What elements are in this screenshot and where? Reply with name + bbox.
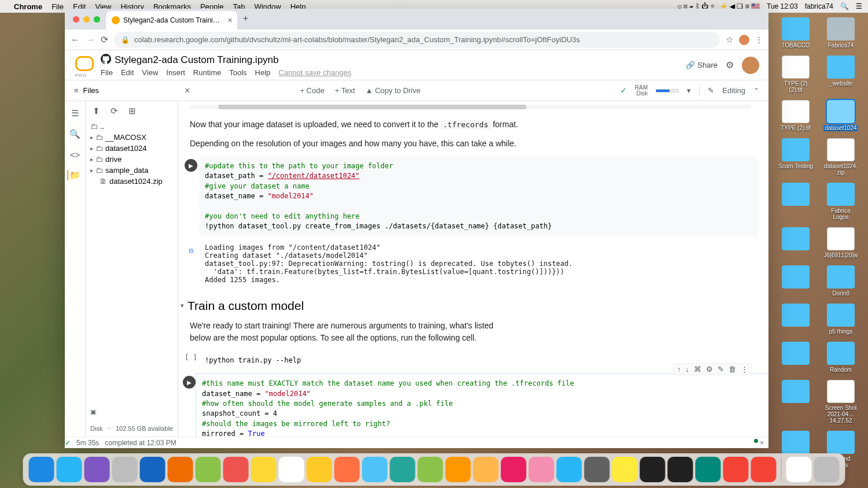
menu-icon[interactable]: ☰ bbox=[856, 2, 862, 10]
file-tree-item[interactable]: ▸ 🗀 __MACOSX bbox=[90, 132, 178, 143]
output-toggle-icon[interactable]: ⊟ bbox=[185, 245, 197, 257]
reload-button[interactable]: ⟳ bbox=[101, 34, 108, 45]
horizontal-scrollbar[interactable] bbox=[190, 105, 751, 109]
mirror-icon[interactable]: ✎ bbox=[718, 365, 724, 374]
dock-app[interactable] bbox=[612, 457, 638, 482]
code-editor[interactable]: #this name must EXACTLY match the datase… bbox=[196, 374, 768, 437]
resource-dropdown-icon[interactable]: ▾ bbox=[687, 86, 691, 95]
dock-app[interactable] bbox=[390, 457, 415, 482]
code-cell[interactable]: ▶ #update this to the path to your image… bbox=[183, 157, 758, 236]
dock-app[interactable] bbox=[696, 457, 721, 482]
notebook-title[interactable]: Stylegan2-ada Custom Training.ipynb bbox=[115, 54, 279, 66]
add-text-button[interactable]: + Text bbox=[335, 86, 355, 95]
run-button[interactable]: ▶ bbox=[185, 159, 197, 172]
editing-mode[interactable]: Editing bbox=[722, 86, 745, 95]
settings-icon[interactable]: ⚙ bbox=[726, 60, 734, 71]
desktop-icon[interactable] bbox=[778, 380, 813, 424]
desktop-icon[interactable]: TYPE (2).tif bbox=[778, 100, 813, 131]
code-cell-active[interactable]: ▶ #this name must EXACTLY match the data… bbox=[183, 374, 758, 437]
interrupt-icon[interactable]: × bbox=[760, 439, 764, 447]
window-close[interactable] bbox=[73, 16, 79, 23]
colab-menu-runtime[interactable]: Runtime bbox=[193, 68, 221, 77]
hamburger-icon[interactable]: ≡ bbox=[74, 86, 79, 95]
bookmark-icon[interactable]: ☆ bbox=[726, 35, 733, 45]
new-tab-button[interactable]: + bbox=[243, 13, 248, 24]
section-header[interactable]: ▾ Train a custom model bbox=[178, 291, 763, 316]
delete-cell-icon[interactable]: 🗑 bbox=[729, 365, 736, 374]
dock-app[interactable] bbox=[668, 457, 693, 482]
dock-app[interactable] bbox=[557, 457, 582, 482]
dock-app[interactable] bbox=[57, 457, 82, 482]
cannot-save-label[interactable]: Cannot save changes bbox=[278, 68, 351, 77]
files-icon[interactable]: 📁 bbox=[67, 170, 80, 180]
collapse-icon[interactable]: ⌃ bbox=[753, 87, 759, 95]
dock-app[interactable] bbox=[334, 457, 360, 482]
collapse-triangle-icon[interactable]: ▾ bbox=[181, 302, 184, 309]
desktop-icon[interactable] bbox=[778, 183, 813, 220]
dock-app[interactable] bbox=[362, 457, 388, 482]
dock-app[interactable] bbox=[501, 457, 527, 482]
mount-drive-icon[interactable]: ⊞ bbox=[128, 106, 136, 116]
colab-menu-tools[interactable]: Tools bbox=[229, 68, 247, 77]
chrome-menu-icon[interactable]: ⋮ bbox=[755, 35, 763, 44]
menu-file[interactable]: File bbox=[52, 2, 64, 11]
snippets-icon[interactable]: <> bbox=[70, 150, 80, 160]
add-code-button[interactable]: + Code bbox=[300, 86, 324, 95]
dock-app[interactable] bbox=[529, 457, 554, 482]
dock-app[interactable] bbox=[473, 457, 499, 482]
desktop-icon[interactable]: TYPE (2) (2).tif bbox=[778, 56, 813, 93]
forward-button[interactable]: → bbox=[86, 35, 95, 45]
desktop-icon[interactable]: Screen Shot 2021-04…14.27.52 bbox=[823, 380, 858, 424]
window-min[interactable] bbox=[83, 16, 90, 23]
file-tree-item[interactable]: ▸ 🗀 drive bbox=[90, 154, 178, 165]
colab-menu-file[interactable]: File bbox=[101, 68, 113, 77]
dock-app[interactable] bbox=[814, 457, 840, 482]
upload-icon[interactable]: ⬆ bbox=[93, 106, 100, 116]
desktop-icon[interactable]: Dorin8 bbox=[823, 265, 858, 297]
code-editor[interactable]: #update this to the path to your image f… bbox=[199, 157, 758, 236]
move-up-icon[interactable]: ↑ bbox=[677, 365, 681, 374]
dock-app[interactable] bbox=[279, 457, 304, 482]
colab-menu-edit[interactable]: Edit bbox=[121, 68, 134, 77]
search-code-icon[interactable]: 🔍 bbox=[69, 129, 80, 139]
menubar-time[interactable]: Tue 12:03 bbox=[767, 2, 798, 10]
move-down-icon[interactable]: ↓ bbox=[686, 365, 690, 374]
dock-app[interactable] bbox=[168, 457, 193, 482]
desktop-icon[interactable] bbox=[778, 342, 813, 373]
desktop-icon[interactable] bbox=[778, 304, 813, 335]
colab-menu-view[interactable]: View bbox=[142, 68, 158, 77]
dock-app[interactable] bbox=[786, 457, 812, 482]
desktop-icon[interactable]: p5 things bbox=[823, 304, 858, 335]
dock-app[interactable] bbox=[640, 457, 665, 482]
toc-icon[interactable]: ☰ bbox=[71, 108, 79, 119]
menu-app[interactable]: Chrome bbox=[14, 2, 42, 11]
url-field[interactable]: 🔒 colab.research.google.com/github/dvsch… bbox=[114, 32, 720, 48]
colab-logo-icon[interactable]: PRO bbox=[74, 55, 95, 76]
dock-app[interactable] bbox=[723, 457, 749, 482]
kernel-status-icon[interactable] bbox=[754, 439, 758, 443]
notebook-content[interactable]: Now that your image dataset is uploaded,… bbox=[178, 101, 768, 437]
dock-app[interactable] bbox=[196, 457, 221, 482]
link-cell-icon[interactable]: ⌘ bbox=[694, 365, 701, 374]
dock-app[interactable] bbox=[112, 457, 138, 482]
dock-app[interactable] bbox=[418, 457, 443, 482]
ram-disk-indicator[interactable]: RAMDisk bbox=[635, 85, 648, 97]
desktop-icon[interactable]: Fabrica74 bbox=[823, 17, 858, 49]
terminal-icon[interactable]: ▣ bbox=[90, 408, 96, 416]
desktop-icon[interactable]: Fabrica Logos bbox=[823, 183, 858, 220]
file-tree-item[interactable]: ▸ 🗀 dataset1024 bbox=[90, 143, 178, 154]
copy-to-drive-button[interactable]: ▲ Copy to Drive bbox=[366, 86, 421, 95]
browser-tab[interactable]: Stylegan2-ada Custom Traini… × bbox=[106, 11, 237, 29]
cell-menu-icon[interactable]: ⋮ bbox=[741, 365, 748, 374]
window-max[interactable] bbox=[94, 16, 100, 23]
file-tree-item[interactable]: ▸ 🗀 sample_data bbox=[90, 165, 178, 176]
profile-avatar[interactable] bbox=[739, 35, 749, 45]
colab-menu-insert[interactable]: Insert bbox=[166, 68, 185, 77]
dock-app[interactable] bbox=[307, 457, 332, 482]
user-avatar[interactable] bbox=[742, 57, 759, 74]
dock-app[interactable] bbox=[84, 457, 110, 482]
dock-app[interactable] bbox=[29, 457, 54, 482]
dock-app[interactable] bbox=[584, 457, 610, 482]
desktop-icon[interactable]: _website bbox=[823, 56, 858, 93]
cell-settings-icon[interactable]: ⚙ bbox=[706, 365, 713, 374]
